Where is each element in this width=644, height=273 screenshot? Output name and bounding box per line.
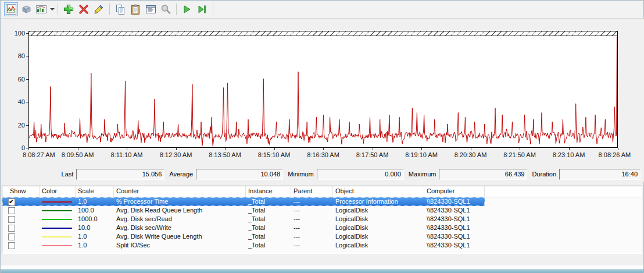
y-tick-label: 80: [1, 52, 25, 60]
show-checkbox[interactable]: ✔: [8, 198, 15, 205]
counter-cell: Avg. Disk Read Queue Length: [114, 206, 246, 215]
add-counter-icon[interactable]: [62, 2, 76, 16]
parent-cell: ---: [291, 206, 333, 215]
computer-cell: \\824330-SQL1: [424, 206, 485, 215]
object-cell: Processor Information: [333, 197, 424, 206]
chevron-down-icon[interactable]: [50, 8, 55, 10]
legend-column-header-scale[interactable]: Scale: [76, 186, 114, 197]
average-value: 10.048: [196, 169, 283, 180]
toolbar: [1, 1, 643, 19]
delete-counter-icon[interactable]: [77, 2, 91, 16]
y-tick-label: 40: [1, 98, 25, 106]
x-tick-label: 8:15:10 AM: [258, 151, 291, 158]
computer-cell: \\824330-SQL1: [424, 232, 485, 241]
x-tick-label: 8:21:50 AM: [503, 151, 536, 158]
counter-cell: Avg. Disk sec/Write: [114, 224, 246, 232]
toolbar-separator: [109, 3, 110, 15]
legend-column-header-object[interactable]: Object: [333, 186, 424, 197]
x-tick-label: 8:16:30 AM: [307, 151, 339, 158]
scale-cell: 1.0: [76, 241, 114, 250]
maximum-value: 66.439: [439, 169, 527, 180]
x-tick-label: 8:08:26 AM: [599, 151, 631, 158]
legend-column-header-instance[interactable]: Instance: [246, 186, 291, 197]
parent-cell: ---: [291, 197, 333, 206]
processor-time-line-series: [29, 31, 617, 147]
view-current-activity-icon[interactable]: [4, 2, 18, 16]
last-label: Last: [62, 171, 74, 178]
show-checkbox[interactable]: [8, 225, 15, 232]
x-tick-mark: [127, 148, 127, 150]
parent-cell: ---: [291, 215, 333, 224]
legend-row[interactable]: 10.0Avg. Disk sec/Write_Total---LogicalD…: [2, 224, 485, 232]
update-data-icon[interactable]: [195, 2, 209, 16]
change-graph-type-dropdown[interactable]: [34, 2, 55, 16]
legend-row[interactable]: 1000.0Avg. Disk sec/Read_Total---Logical…: [2, 215, 485, 224]
legend-column-header-counter[interactable]: Counter: [114, 186, 246, 197]
counter-cell: Avg. Disk Write Queue Length: [114, 232, 246, 241]
minimum-label: Minimum: [288, 171, 314, 178]
color-swatch: [42, 210, 72, 211]
toolbar-separator: [213, 3, 213, 15]
legend-row[interactable]: 1.0Split IO/Sec_Total---LogicalDisk\\824…: [2, 241, 485, 250]
x-tick-mark: [569, 148, 570, 150]
zoom-icon[interactable]: [159, 2, 173, 16]
legend-row[interactable]: 1.0Avg. Disk Write Queue Length_Total---…: [2, 232, 485, 241]
checkmark-icon: ✔: [9, 197, 14, 206]
legend-column-header-color[interactable]: Color: [40, 186, 76, 197]
counter-cell: Avg. Disk sec/Read: [114, 215, 246, 224]
scale-cell: 100.0: [76, 206, 114, 215]
color-swatch: [42, 245, 72, 246]
x-tick-mark: [471, 148, 471, 150]
computer-cell: \\824330-SQL1: [424, 224, 485, 232]
highlight-icon[interactable]: [92, 2, 106, 16]
show-checkbox[interactable]: [8, 233, 15, 240]
y-tick-label: 0: [1, 144, 25, 152]
legend-column-header-computer[interactable]: Computer: [424, 186, 485, 197]
x-tick-label: 8:08:27 AM: [23, 151, 55, 158]
change-graph-type-icon[interactable]: [34, 2, 48, 16]
legend-row[interactable]: 100.0Avg. Disk Read Queue Length_Total--…: [2, 206, 485, 215]
maximum-label: Maximum: [409, 171, 437, 178]
paste-counter-list-icon[interactable]: [128, 2, 142, 16]
x-tick-mark: [28, 148, 29, 150]
x-tick-label: 8:09:50 AM: [62, 151, 94, 158]
legend-column-header-show[interactable]: Show: [2, 186, 40, 197]
scale-cell: 1000.0: [76, 215, 114, 224]
x-tick-label: 8:11:10 AM: [111, 151, 143, 158]
scale-cell: 1.0: [76, 197, 114, 206]
value-bar: Last 15.056 Average 10.048 Minimum 0.000…: [1, 168, 641, 180]
graph-plot-area[interactable]: [28, 31, 618, 148]
performance-monitor-window: 020406080100 8:08:27 AM8:09:50 AM8:11:10…: [0, 0, 644, 273]
copy-properties-icon[interactable]: [113, 2, 127, 16]
instance-cell: _Total: [246, 224, 291, 232]
instance-cell: _Total: [246, 215, 291, 224]
show-checkbox[interactable]: [8, 242, 15, 249]
object-cell: LogicalDisk: [333, 206, 424, 215]
x-tick-mark: [373, 148, 373, 150]
x-tick-mark: [421, 148, 422, 150]
x-tick-label: 8:13:50 AM: [209, 151, 241, 158]
duration-value: 16:40: [559, 169, 641, 180]
show-checkbox[interactable]: [8, 207, 15, 214]
object-cell: LogicalDisk: [333, 224, 424, 232]
color-swatch: [42, 228, 72, 229]
duration-label: Duration: [532, 171, 556, 178]
properties-icon[interactable]: [144, 2, 158, 16]
x-tick-label: 8:20:30 AM: [455, 151, 487, 158]
last-value: 15.056: [76, 169, 164, 180]
color-swatch: [42, 201, 72, 203]
y-tick-label: 100: [1, 29, 25, 37]
average-label: Average: [169, 171, 193, 178]
legend-row[interactable]: ✔1.0% Processor Time_Total---Processor I…: [2, 197, 485, 206]
y-tick-label: 60: [1, 75, 25, 83]
x-tick-mark: [225, 148, 226, 150]
unfreeze-display-icon[interactable]: [180, 2, 194, 16]
y-tick-label: 20: [1, 121, 25, 129]
view-log-data-icon[interactable]: [19, 2, 33, 16]
x-tick-mark: [323, 148, 324, 150]
legend-column-header-parent[interactable]: Parent: [291, 186, 333, 197]
instance-cell: _Total: [246, 206, 291, 215]
chart-panel: 020406080100 8:08:27 AM8:09:50 AM8:11:10…: [1, 19, 644, 182]
show-checkbox[interactable]: [8, 216, 15, 223]
color-swatch: [42, 236, 72, 237]
